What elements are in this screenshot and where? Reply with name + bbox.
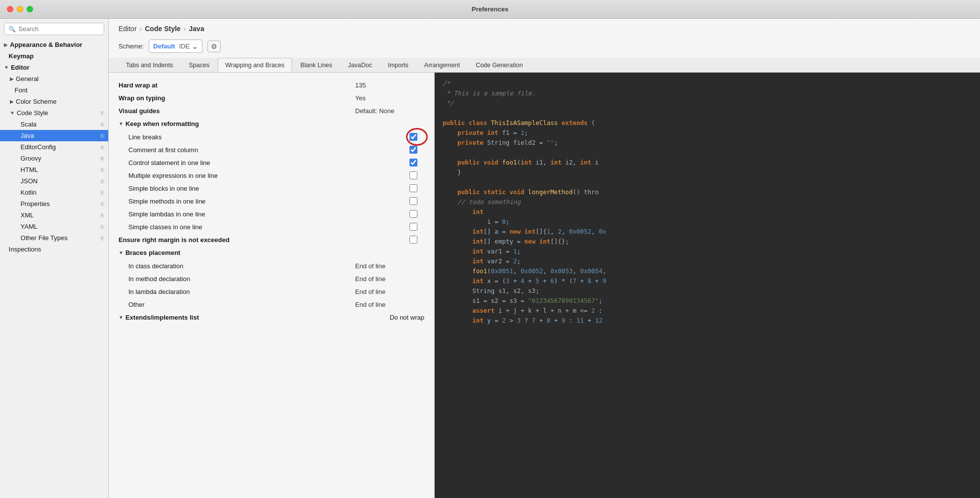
tab-javadoc[interactable]: JavaDoc <box>341 58 380 72</box>
simple-lambdas-checkbox[interactable] <box>409 210 417 218</box>
copy-icon: ⎘ <box>101 212 104 218</box>
multiple-expr-checkbox[interactable] <box>409 171 417 179</box>
simple-lambdas-row: Simple lambdas in one line <box>119 208 424 220</box>
arrow-spacer <box>16 201 19 207</box>
sidebar-item-yaml[interactable]: YAML ⎘ <box>0 221 108 232</box>
sidebar-item-label: Font <box>15 86 28 94</box>
wrap-on-typing-row: Wrap on typing Yes <box>119 91 424 104</box>
sidebar-content: ▶ Appearance & Behavior Keymap ▼ Editor … <box>0 39 108 498</box>
scheme-dropdown[interactable]: Default IDE ⌄ <box>149 40 203 53</box>
sidebar-item-color-scheme[interactable]: ▶ Color Scheme <box>0 96 108 107</box>
visual-guides-value: Default: None <box>355 107 424 115</box>
settings-panel: Hard wrap at 135 Wrap on typing Yes Visu… <box>109 73 435 498</box>
sidebar-item-kotlin[interactable]: Kotlin ⎘ <box>0 187 108 198</box>
breadcrumb-sep1: › <box>140 25 142 33</box>
in-class-label: In class declaration <box>128 262 355 270</box>
braces-arrow-icon[interactable]: ▼ <box>119 250 123 255</box>
sidebar-item-appearance[interactable]: ▶ Appearance & Behavior <box>0 39 108 50</box>
tab-wrapping[interactable]: Wrapping and Braces <box>218 58 292 72</box>
simple-blocks-checkbox[interactable] <box>409 184 417 192</box>
window-title: Preferences <box>472 5 508 13</box>
sidebar-item-inspections[interactable]: Inspections <box>0 244 108 255</box>
sidebar-item-general[interactable]: ▶ General <box>0 73 108 84</box>
sidebar-item-groovy[interactable]: Groovy ⎘ <box>0 153 108 164</box>
copy-icon: ⎘ <box>101 235 104 241</box>
hard-wrap-row: Hard wrap at 135 <box>119 79 424 91</box>
visual-guides-row: Visual guides Default: None <box>119 104 424 117</box>
sidebar-item-editorconfig[interactable]: EditorConfig ⎘ <box>0 141 108 153</box>
in-method-label: In method declaration <box>128 275 355 283</box>
in-class-row: In class declaration End of line <box>119 259 424 272</box>
sidebar-item-label: JSON <box>21 177 38 185</box>
tab-blank-lines[interactable]: Blank Lines <box>293 58 340 72</box>
keep-reformatting-label: Keep when reformatting <box>125 120 199 127</box>
line-breaks-row: Line breaks <box>119 130 424 143</box>
sidebar-item-label: EditorConfig <box>21 143 56 151</box>
copy-icon: ⎘ <box>101 122 104 127</box>
sidebar-item-java[interactable]: Java ⎘ <box>0 130 108 141</box>
copy-icon: ⎘ <box>101 156 104 162</box>
extends-implements-header: ▼ Extends/implements list Do not wrap <box>119 311 424 324</box>
in-method-value: End of line <box>355 275 424 283</box>
simple-methods-checkbox[interactable] <box>409 197 417 205</box>
arrow-spacer <box>16 178 19 184</box>
arrow-spacer <box>16 167 19 172</box>
copy-icon: ⎘ <box>101 144 104 150</box>
sidebar-item-other-file-types[interactable]: Other File Types ⎘ <box>0 232 108 244</box>
sidebar-item-properties[interactable]: Properties ⎘ <box>0 198 108 209</box>
copy-icon: ⎘ <box>101 178 104 184</box>
ensure-right-margin-checkbox[interactable] <box>409 236 417 244</box>
hard-wrap-label: Hard wrap at <box>119 82 355 89</box>
other-row: Other End of line <box>119 298 424 311</box>
tab-arrangement[interactable]: Arrangement <box>417 58 467 72</box>
extends-arrow-icon[interactable]: ▼ <box>119 315 123 320</box>
line-breaks-label: Line breaks <box>128 133 409 141</box>
sidebar-item-xml[interactable]: XML ⎘ <box>0 209 108 221</box>
simple-classes-checkbox[interactable] <box>409 223 417 231</box>
sidebar-item-label: Inspections <box>9 246 41 253</box>
tab-tabs-indents[interactable]: Tabs and Indents <box>119 58 180 72</box>
gear-button[interactable]: ⚙ <box>207 41 221 52</box>
comment-first-col-checkbox[interactable] <box>409 146 417 154</box>
sidebar-item-font[interactable]: Font <box>0 84 108 96</box>
copy-icon: ⎘ <box>101 133 104 139</box>
sidebar-item-json[interactable]: JSON ⎘ <box>0 175 108 187</box>
comment-first-col-check <box>409 146 424 154</box>
sidebar-item-html[interactable]: HTML ⎘ <box>0 164 108 175</box>
sidebar-item-code-style[interactable]: ▼ Code Style ⎘ <box>0 107 108 119</box>
arrow-spacer <box>10 87 13 93</box>
sidebar-item-label: Appearance & Behavior <box>10 41 82 48</box>
maximize-button[interactable] <box>27 6 33 12</box>
multiple-expr-check <box>409 171 424 179</box>
copy-icon: ⎘ <box>101 190 104 196</box>
arrow-spacer <box>4 247 7 252</box>
sidebar-item-editor[interactable]: ▼ Editor <box>0 62 108 73</box>
close-button[interactable] <box>7 6 13 12</box>
simple-classes-row: Simple classes in one line <box>119 220 424 233</box>
line-breaks-checkbox[interactable] <box>409 133 417 141</box>
breadcrumb-code-style: Code Style <box>145 25 180 33</box>
sidebar-item-label: XML <box>21 211 34 219</box>
tab-spaces[interactable]: Spaces <box>181 58 217 72</box>
minimize-button[interactable] <box>17 6 23 12</box>
content-split: Hard wrap at 135 Wrap on typing Yes Visu… <box>109 73 980 498</box>
tab-imports[interactable]: Imports <box>380 58 416 72</box>
simple-lambdas-label: Simple lambdas in one line <box>128 210 409 218</box>
search-input[interactable] <box>18 25 100 33</box>
title-bar: Preferences <box>0 0 980 19</box>
breadcrumb-sep2: › <box>184 25 186 33</box>
extends-implements-label: Extends/implements list <box>125 314 199 321</box>
keep-reformatting-header: ▼ Keep when reformatting <box>119 117 424 130</box>
app-container: 🔍 ▶ Appearance & Behavior Keymap ▼ Edito… <box>0 19 980 498</box>
sidebar-item-keymap[interactable]: Keymap <box>0 50 108 62</box>
section-arrow-icon[interactable]: ▼ <box>119 121 123 126</box>
control-one-line-checkbox[interactable] <box>409 159 417 166</box>
multiple-expr-row: Multiple expressions in one line <box>119 169 424 182</box>
in-lambda-label: In lambda declaration <box>128 288 355 295</box>
search-box[interactable]: 🔍 <box>4 23 104 35</box>
sidebar-item-scala[interactable]: Scala ⎘ <box>0 119 108 130</box>
sidebar-item-label: Java <box>21 132 34 139</box>
tab-code-gen[interactable]: Code Generation <box>468 58 530 72</box>
simple-methods-row: Simple methods in one line <box>119 195 424 208</box>
ensure-right-margin-check <box>409 236 424 244</box>
